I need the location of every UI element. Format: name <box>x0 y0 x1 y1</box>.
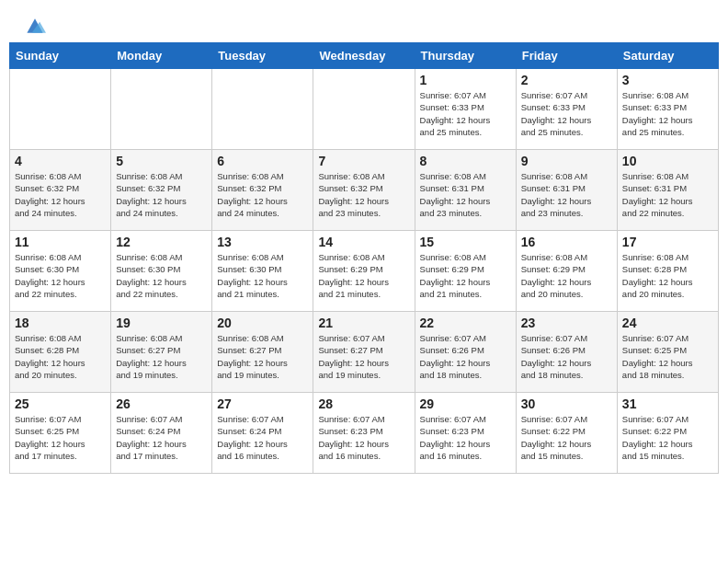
day-info: Sunrise: 6:07 AM Sunset: 6:26 PM Dayligh… <box>420 332 511 381</box>
day-number: 9 <box>521 154 612 168</box>
day-cell: 16Sunrise: 6:08 AM Sunset: 6:29 PM Dayli… <box>516 231 617 312</box>
day-number: 13 <box>217 235 308 249</box>
day-cell: 26Sunrise: 6:07 AM Sunset: 6:24 PM Dayli… <box>111 393 212 474</box>
day-cell: 27Sunrise: 6:07 AM Sunset: 6:24 PM Dayli… <box>212 393 313 474</box>
day-cell <box>111 69 212 150</box>
day-info: Sunrise: 6:08 AM Sunset: 6:31 PM Dayligh… <box>420 170 511 219</box>
day-cell: 22Sunrise: 6:07 AM Sunset: 6:26 PM Dayli… <box>415 312 516 393</box>
day-cell: 17Sunrise: 6:08 AM Sunset: 6:28 PM Dayli… <box>617 231 718 312</box>
day-number: 28 <box>318 396 409 411</box>
header-day-tuesday: Tuesday <box>212 43 313 69</box>
day-cell <box>212 69 313 150</box>
day-number: 21 <box>318 316 409 330</box>
header-day-sunday: Sunday <box>10 43 111 69</box>
day-cell: 19Sunrise: 6:08 AM Sunset: 6:27 PM Dayli… <box>111 312 212 393</box>
day-cell: 18Sunrise: 6:08 AM Sunset: 6:28 PM Dayli… <box>10 312 111 393</box>
calendar-body: 1Sunrise: 6:07 AM Sunset: 6:33 PM Daylig… <box>10 69 719 474</box>
day-number: 3 <box>622 73 713 87</box>
day-info: Sunrise: 6:07 AM Sunset: 6:25 PM Dayligh… <box>15 413 106 462</box>
day-number: 1 <box>420 73 511 87</box>
day-cell: 9Sunrise: 6:08 AM Sunset: 6:31 PM Daylig… <box>516 150 617 231</box>
day-cell: 13Sunrise: 6:08 AM Sunset: 6:30 PM Dayli… <box>212 231 313 312</box>
day-number: 24 <box>622 316 713 330</box>
day-info: Sunrise: 6:07 AM Sunset: 6:24 PM Dayligh… <box>217 413 308 462</box>
day-cell: 25Sunrise: 6:07 AM Sunset: 6:25 PM Dayli… <box>10 393 111 474</box>
day-number: 29 <box>420 396 511 411</box>
header-day-thursday: Thursday <box>415 43 516 69</box>
day-cell: 23Sunrise: 6:07 AM Sunset: 6:26 PM Dayli… <box>516 312 617 393</box>
day-info: Sunrise: 6:08 AM Sunset: 6:31 PM Dayligh… <box>521 170 612 219</box>
day-info: Sunrise: 6:08 AM Sunset: 6:28 PM Dayligh… <box>15 332 106 381</box>
day-number: 23 <box>521 316 612 330</box>
day-info: Sunrise: 6:08 AM Sunset: 6:30 PM Dayligh… <box>217 251 308 300</box>
day-cell: 6Sunrise: 6:08 AM Sunset: 6:32 PM Daylig… <box>212 150 313 231</box>
day-number: 2 <box>521 73 612 87</box>
day-number: 14 <box>318 235 409 249</box>
day-info: Sunrise: 6:07 AM Sunset: 6:24 PM Dayligh… <box>116 413 207 462</box>
day-info: Sunrise: 6:08 AM Sunset: 6:27 PM Dayligh… <box>217 332 308 381</box>
day-info: Sunrise: 6:07 AM Sunset: 6:33 PM Dayligh… <box>521 89 612 138</box>
day-number: 7 <box>318 154 409 168</box>
day-info: Sunrise: 6:07 AM Sunset: 6:26 PM Dayligh… <box>521 332 612 381</box>
day-cell: 21Sunrise: 6:07 AM Sunset: 6:27 PM Dayli… <box>313 312 415 393</box>
day-number: 12 <box>116 235 207 249</box>
day-cell: 15Sunrise: 6:08 AM Sunset: 6:29 PM Dayli… <box>415 231 516 312</box>
logo-icon <box>24 17 46 35</box>
day-info: Sunrise: 6:08 AM Sunset: 6:29 PM Dayligh… <box>318 251 409 300</box>
day-info: Sunrise: 6:07 AM Sunset: 6:23 PM Dayligh… <box>420 413 511 462</box>
day-info: Sunrise: 6:08 AM Sunset: 6:32 PM Dayligh… <box>15 170 106 219</box>
header-day-friday: Friday <box>516 43 617 69</box>
day-number: 6 <box>217 154 308 168</box>
day-cell: 31Sunrise: 6:07 AM Sunset: 6:22 PM Dayli… <box>617 393 718 474</box>
day-cell: 10Sunrise: 6:08 AM Sunset: 6:31 PM Dayli… <box>617 150 718 231</box>
week-row-3: 11Sunrise: 6:08 AM Sunset: 6:30 PM Dayli… <box>10 231 719 312</box>
day-info: Sunrise: 6:08 AM Sunset: 6:30 PM Dayligh… <box>15 251 106 300</box>
day-cell: 7Sunrise: 6:08 AM Sunset: 6:32 PM Daylig… <box>313 150 415 231</box>
day-info: Sunrise: 6:07 AM Sunset: 6:22 PM Dayligh… <box>521 413 612 462</box>
day-info: Sunrise: 6:08 AM Sunset: 6:29 PM Dayligh… <box>420 251 511 300</box>
day-number: 19 <box>116 316 207 330</box>
day-number: 20 <box>217 316 308 330</box>
header-day-monday: Monday <box>111 43 212 69</box>
day-info: Sunrise: 6:08 AM Sunset: 6:28 PM Dayligh… <box>622 251 713 300</box>
day-cell <box>313 69 415 150</box>
day-info: Sunrise: 6:07 AM Sunset: 6:25 PM Dayligh… <box>622 332 713 381</box>
day-cell: 14Sunrise: 6:08 AM Sunset: 6:29 PM Dayli… <box>313 231 415 312</box>
day-info: Sunrise: 6:08 AM Sunset: 6:32 PM Dayligh… <box>318 170 409 219</box>
day-info: Sunrise: 6:07 AM Sunset: 6:23 PM Dayligh… <box>318 413 409 462</box>
day-number: 31 <box>622 396 713 411</box>
day-info: Sunrise: 6:08 AM Sunset: 6:27 PM Dayligh… <box>116 332 207 381</box>
day-info: Sunrise: 6:08 AM Sunset: 6:29 PM Dayligh… <box>521 251 612 300</box>
day-cell: 12Sunrise: 6:08 AM Sunset: 6:30 PM Dayli… <box>111 231 212 312</box>
day-number: 18 <box>15 316 106 330</box>
day-info: Sunrise: 6:07 AM Sunset: 6:33 PM Dayligh… <box>420 89 511 138</box>
day-number: 5 <box>116 154 207 168</box>
header-row: SundayMondayTuesdayWednesdayThursdayFrid… <box>10 43 719 69</box>
day-cell: 3Sunrise: 6:08 AM Sunset: 6:33 PM Daylig… <box>617 69 718 150</box>
day-number: 15 <box>420 235 511 249</box>
day-info: Sunrise: 6:07 AM Sunset: 6:22 PM Dayligh… <box>622 413 713 462</box>
day-number: 26 <box>116 396 207 411</box>
day-cell: 28Sunrise: 6:07 AM Sunset: 6:23 PM Dayli… <box>313 393 415 474</box>
day-info: Sunrise: 6:08 AM Sunset: 6:33 PM Dayligh… <box>622 89 713 138</box>
day-number: 4 <box>15 154 106 168</box>
day-cell <box>10 69 111 150</box>
week-row-1: 1Sunrise: 6:07 AM Sunset: 6:33 PM Daylig… <box>10 69 719 150</box>
day-number: 17 <box>622 235 713 249</box>
day-info: Sunrise: 6:08 AM Sunset: 6:30 PM Dayligh… <box>116 251 207 300</box>
day-cell: 2Sunrise: 6:07 AM Sunset: 6:33 PM Daylig… <box>516 69 617 150</box>
day-number: 22 <box>420 316 511 330</box>
day-number: 11 <box>15 235 106 249</box>
week-row-5: 25Sunrise: 6:07 AM Sunset: 6:25 PM Dayli… <box>10 393 719 474</box>
day-cell: 1Sunrise: 6:07 AM Sunset: 6:33 PM Daylig… <box>415 69 516 150</box>
day-cell: 5Sunrise: 6:08 AM Sunset: 6:32 PM Daylig… <box>111 150 212 231</box>
day-number: 8 <box>420 154 511 168</box>
week-row-2: 4Sunrise: 6:08 AM Sunset: 6:32 PM Daylig… <box>10 150 719 231</box>
page-header <box>0 0 728 42</box>
day-number: 16 <box>521 235 612 249</box>
day-cell: 20Sunrise: 6:08 AM Sunset: 6:27 PM Dayli… <box>212 312 313 393</box>
calendar-wrapper: SundayMondayTuesdayWednesdayThursdayFrid… <box>0 42 728 483</box>
day-info: Sunrise: 6:07 AM Sunset: 6:27 PM Dayligh… <box>318 332 409 381</box>
day-number: 25 <box>15 396 106 411</box>
week-row-4: 18Sunrise: 6:08 AM Sunset: 6:28 PM Dayli… <box>10 312 719 393</box>
